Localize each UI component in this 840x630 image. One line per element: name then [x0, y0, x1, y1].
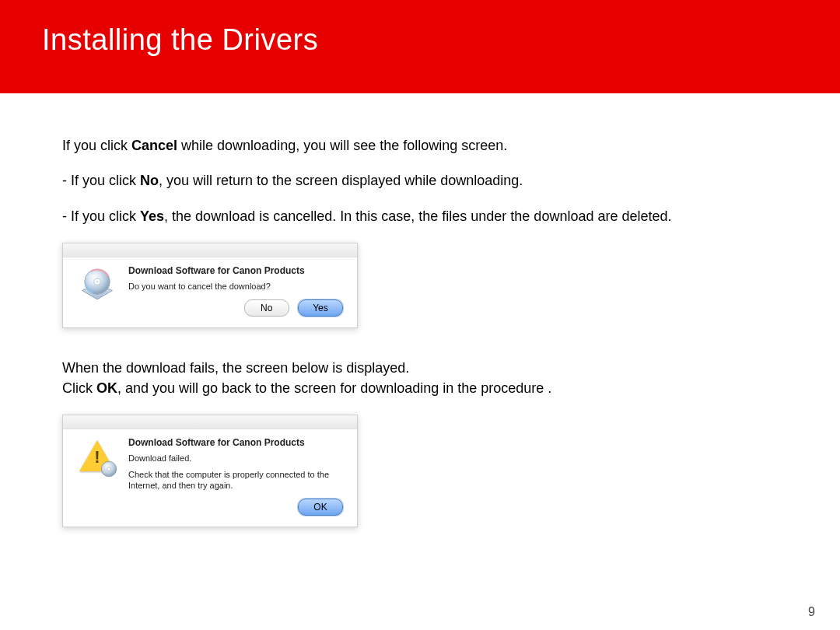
fail-dialog-message1: Download failed. — [128, 453, 343, 464]
page-number: 9 — [808, 605, 815, 619]
cancel-dialog-message: Do you want to cancel the download? — [128, 281, 343, 292]
mini-cd-icon — [99, 459, 119, 479]
page-content: If you click Cancel while downloading, y… — [0, 93, 840, 527]
no-button[interactable]: No — [244, 299, 289, 317]
fail-dialog-body: ! Download Sof — [63, 429, 357, 527]
fail-line2-pre: Click — [62, 380, 96, 396]
fail-line2: Click OK, and you will go back to the sc… — [62, 380, 778, 397]
bullet-no-pre: - If you click — [62, 173, 140, 188]
fail-line1: When the download fails, the screen belo… — [62, 359, 778, 377]
page-header: Installing the Drivers — [0, 0, 840, 93]
ok-button[interactable]: OK — [298, 499, 343, 516]
fail-dialog-titlebar — [63, 415, 357, 429]
svg-point-4 — [107, 467, 111, 471]
fail-dialog-title: Download Software for Canon Products — [128, 437, 343, 448]
fail-dialog-message2: Check that the computer is properly conn… — [128, 469, 343, 492]
cancel-dialog-titlebar — [63, 243, 357, 257]
bullet-no: - If you click No, you will return to th… — [62, 172, 778, 190]
intro-paragraph: If you click Cancel while downloading, y… — [62, 137, 778, 155]
yes-button[interactable]: Yes — [298, 299, 343, 317]
fail-dialog-text: Download Software for Canon Products Dow… — [128, 437, 343, 516]
cancel-dialog-text: Download Software for Canon Products Do … — [128, 265, 343, 317]
bullet-no-bold: No — [140, 173, 159, 188]
section-download-fail: When the download fails, the screen belo… — [62, 359, 778, 397]
fail-line2-bold: OK — [96, 380, 117, 396]
fail-dialog: ! Download Sof — [62, 415, 358, 527]
bullet-yes-bold: Yes — [140, 208, 164, 224]
cancel-dialog-title: Download Software for Canon Products — [128, 265, 343, 276]
fail-dialog-buttons: OK — [128, 499, 343, 516]
page-title: Installing the Drivers — [42, 23, 840, 57]
cancel-dialog-body: Download Software for Canon Products Do … — [63, 257, 357, 327]
cancel-dialog: Download Software for Canon Products Do … — [62, 243, 358, 328]
cd-installer-icon — [77, 265, 117, 306]
bullet-yes-pre: - If you click — [62, 208, 140, 224]
bullet-yes-post: , the download is cancelled. In this cas… — [164, 208, 671, 224]
bullet-no-post: , you will return to the screen displaye… — [159, 173, 523, 188]
intro-bold-cancel: Cancel — [131, 138, 177, 153]
fail-line2-post: , and you will go back to the screen for… — [117, 380, 551, 396]
intro-post: while downloading, you will see the foll… — [177, 138, 507, 153]
intro-pre: If you click — [62, 138, 131, 153]
bullet-yes: - If you click Yes, the download is canc… — [62, 208, 778, 226]
svg-point-2 — [96, 281, 98, 283]
cancel-dialog-buttons: No Yes — [128, 299, 343, 317]
warning-icon: ! — [77, 437, 117, 478]
